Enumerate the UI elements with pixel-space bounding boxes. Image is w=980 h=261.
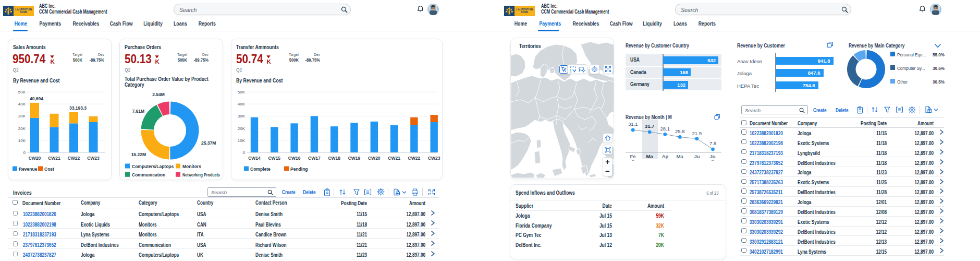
svg-text:10K: 10K bbox=[238, 138, 246, 143]
svg-text:CW16: CW16 bbox=[288, 156, 301, 161]
svg-text:7.8: 7.8 bbox=[709, 140, 716, 146]
svg-text:10K: 10K bbox=[18, 138, 26, 143]
svg-text:30K: 30K bbox=[18, 114, 26, 118]
svg-text:CW19: CW19 bbox=[348, 156, 361, 161]
svg-text:31.7: 31.7 bbox=[645, 123, 655, 129]
svg-text:CW21: CW21 bbox=[388, 156, 400, 161]
svg-text:33,193.3: 33,193.3 bbox=[69, 105, 87, 111]
svg-text:Revenue: Revenue bbox=[19, 167, 38, 172]
svg-text:28.1: 28.1 bbox=[660, 126, 670, 132]
svg-text:CW23: CW23 bbox=[428, 156, 440, 161]
svg-text:Networking Products: Networking Products bbox=[182, 172, 220, 177]
svg-text:0: 0 bbox=[23, 150, 26, 155]
svg-text:CW14: CW14 bbox=[248, 156, 261, 161]
svg-text:CW22: CW22 bbox=[68, 156, 80, 161]
svg-text:CW23: CW23 bbox=[87, 156, 100, 161]
svg-text:20K: 20K bbox=[238, 126, 246, 131]
svg-text:Cost: Cost bbox=[44, 167, 54, 172]
svg-text:CW20: CW20 bbox=[368, 156, 381, 161]
svg-text:40K: 40K bbox=[238, 102, 246, 106]
svg-text:CW15: CW15 bbox=[268, 156, 280, 161]
svg-text:CW18: CW18 bbox=[328, 156, 340, 161]
svg-text:50K: 50K bbox=[238, 90, 246, 94]
svg-text:CW22: CW22 bbox=[408, 156, 421, 161]
svg-text:CW17: CW17 bbox=[308, 156, 321, 161]
svg-text:25.8: 25.8 bbox=[675, 128, 685, 134]
svg-text:Computers/Laptops: Computers/Laptops bbox=[132, 164, 174, 169]
svg-text:Pending: Pending bbox=[290, 167, 308, 172]
svg-text:31.1: 31.1 bbox=[628, 121, 638, 127]
svg-text:15.22M: 15.22M bbox=[131, 152, 146, 157]
svg-text:21.9: 21.9 bbox=[692, 130, 702, 136]
svg-text:25.37M: 25.37M bbox=[201, 140, 216, 146]
svg-text:CW21: CW21 bbox=[48, 156, 60, 161]
svg-text:Communication: Communication bbox=[132, 172, 165, 177]
svg-text:7.61M: 7.61M bbox=[132, 109, 144, 114]
svg-text:Monitors: Monitors bbox=[182, 164, 201, 169]
svg-text:2.54M: 2.54M bbox=[152, 92, 165, 97]
svg-text:Complete: Complete bbox=[250, 167, 271, 172]
svg-text:50K: 50K bbox=[18, 90, 26, 94]
svg-text:40K: 40K bbox=[18, 102, 26, 106]
svg-text:40,694: 40,694 bbox=[30, 96, 43, 101]
svg-text:CW20: CW20 bbox=[29, 156, 41, 161]
svg-text:30K: 30K bbox=[238, 114, 246, 118]
svg-text:0: 0 bbox=[243, 150, 246, 155]
svg-text:20K: 20K bbox=[18, 126, 26, 131]
